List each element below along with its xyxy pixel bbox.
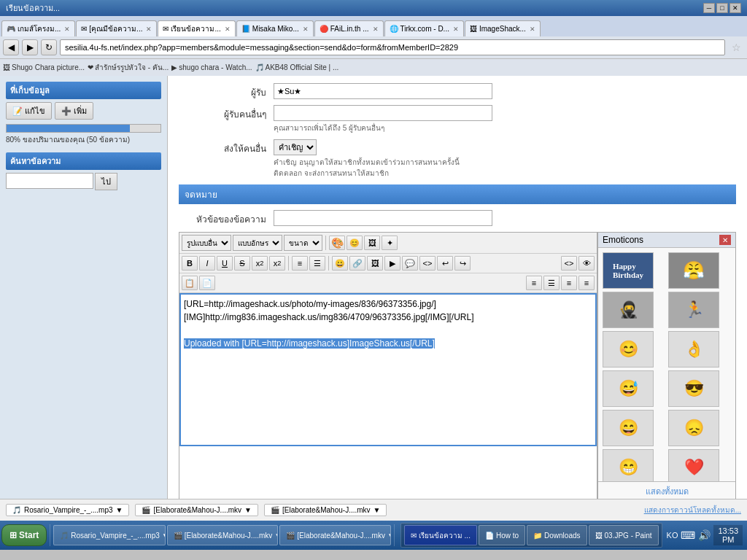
bookmark-1[interactable]: ❤ สำรักษ์รรูปหัวใจ - คัน... [88,62,169,73]
source-button[interactable]: <> [561,256,577,271]
tab-3[interactable]: 📘 Misaka Miko... ✕ [236,20,314,36]
emoticon-grin[interactable]: 😁 [603,449,654,481]
highlighted-text: Uploaded with [URL=http://imageshack.us]… [184,338,435,349]
taskbar-sys-0[interactable]: ✉ เรียนข้อความ ... [404,525,477,545]
close-button[interactable]: ✕ [729,3,741,13]
emoticon-ninja[interactable]: 🥷 [603,292,654,328]
download-item-0[interactable]: 🎵 Rosario_Vampire_-_....mp3 ▼ [6,504,129,516]
tab-1[interactable]: ✉ [คุณมีข้อความ... ✕ [76,20,157,36]
emoticon-sweat[interactable]: 😅 [603,370,654,407]
link-button[interactable]: 🔗 [349,256,365,271]
align-justify-btn[interactable]: ≡ [578,276,595,290]
taskbar-sys-1[interactable]: 📄 How to [479,525,525,545]
taskbar-item-2[interactable]: 🎬 [Elaborate&Mahou-J....mkv ▼ [279,525,391,545]
align-left-btn[interactable]: ≡ [526,276,542,290]
emoticon-cool[interactable]: 😎 [668,370,719,407]
bookmark-2[interactable]: ▶ shugo chara - Watch... [171,63,252,71]
ul-button[interactable]: ≡ [292,256,308,271]
format-select[interactable]: รูปแบบอื่น [182,235,231,251]
edit-button[interactable]: 📝 แก้ไข [6,102,52,120]
recipient-input[interactable] [274,83,492,99]
address-bar[interactable] [60,39,725,55]
emoticon-angry[interactable]: 😤 [668,252,719,289]
forward-button[interactable]: ▶ [22,39,38,55]
tab-0[interactable]: 🎮 เกมส์โครงม... ✕ [1,20,75,36]
preview-button[interactable]: 👁 [578,256,595,271]
tab-close-0[interactable]: ✕ [64,26,70,33]
quote-button[interactable]: 💬 [402,256,418,271]
emoticon-sad[interactable]: 😞 [668,410,719,446]
search-button[interactable]: ไป [95,173,117,190]
search-input[interactable] [6,173,93,189]
taskbar-sys-2[interactable]: 📁 Downloads [527,525,587,545]
download-arrow-0: ▼ [116,506,123,514]
tab-2[interactable]: ✉ เรียนข้อความ... ✕ [158,20,235,36]
emoticon-run[interactable]: 🏃 [668,292,719,328]
download-item-1[interactable]: 🎬 [Elaborate&Mahou-J....mkv ▼ [135,504,258,516]
tab-close-3[interactable]: ✕ [303,26,309,33]
show-all-downloads[interactable]: แสดงการดาวน์โหลดทั้งหมด... [644,505,741,516]
recipient-other-input[interactable] [274,105,492,121]
tab-close-5[interactable]: ✕ [453,26,459,33]
tab-close-4[interactable]: ✕ [373,26,379,33]
special-btn[interactable]: ✦ [382,236,398,250]
taskbar-sys-3[interactable]: 🖼 03.JPG - Paint [589,525,659,545]
tab-4[interactable]: 🔴 FAiL.in.th ... ✕ [314,20,384,36]
compose-section-header: จดหมาย [179,184,736,204]
align-right-btn[interactable]: ≡ [561,276,577,290]
taskbar-item-0[interactable]: 🎵 Rosario_Vampire_-_....mp3 ▼ [53,525,165,545]
undo-button[interactable]: ↩ [437,256,453,271]
tab-favicon-2: ✉ [163,25,169,33]
tab-close-1[interactable]: ✕ [146,26,152,33]
bold-button[interactable]: B [182,256,198,271]
emoticon-heart[interactable]: ❤️ [668,449,719,481]
download-item-2[interactable]: 🎬 [Elaborate&Mahou-J....mkv ▼ [264,504,387,516]
tab-6[interactable]: 🖼 ImageShack... ✕ [465,20,541,36]
emoji-button[interactable]: 😀 [332,256,348,271]
img-upload-btn[interactable]: 🖼 [364,236,380,250]
emoticon-smile[interactable]: 😊 [603,331,654,368]
download-arrow-1: ▼ [244,506,252,514]
underline-button[interactable]: U [217,256,233,271]
strikethrough-button[interactable]: S [234,256,250,271]
italic-button[interactable]: I [199,256,215,271]
maximize-button[interactable]: □ [716,3,728,13]
ol-button[interactable]: ☰ [309,256,325,271]
subject-input[interactable] [274,210,492,226]
show-all-emoticons[interactable]: แสดงทั้งหมด [598,481,735,499]
subscript-button[interactable]: x2 [252,256,268,271]
tab-close-2[interactable]: ✕ [225,26,231,33]
editor-body[interactable]: [URL=http://imageshack.us/photo/my-image… [179,293,597,446]
emoticons-close-button[interactable]: ✕ [719,235,731,245]
editor-toolbar-1: รูปแบบอื่น แบบอักษร ขนาด 🎨 😊 🖼 ✦ [179,233,597,254]
video-button[interactable]: ▶ [384,256,400,271]
bookmark-0[interactable]: 🖼 Shugo Chara picture... [3,63,85,71]
add-button[interactable]: ➕ เพิ่ม [55,102,93,120]
color-btn[interactable]: 🎨 [329,236,345,250]
bookmark-star[interactable]: ☆ [728,39,744,55]
paste-word-btn[interactable]: 📄 [199,276,215,290]
send-to-select[interactable]: คำเชิญ [274,139,317,155]
taskbar-item-1[interactable]: 🎬 [Elaborate&Mahou-J....mkv ▼ [167,525,279,545]
taskbar-sys-label-2: Downloads [544,532,580,540]
bookmark-3[interactable]: 🎵 AKB48 Official Site | ... [255,63,339,71]
back-button[interactable]: ◀ [3,39,19,55]
emoticon-happy[interactable]: 😄 [603,410,654,446]
smiley-btn[interactable]: 😊 [347,236,363,250]
tab-5[interactable]: 🌐 Tirkx.com - D... ✕ [384,20,464,36]
minimize-button[interactable]: ─ [703,3,715,13]
tab-close-6[interactable]: ✕ [530,26,535,33]
redo-button[interactable]: ↪ [454,256,471,271]
font-select[interactable]: แบบอักษร [233,235,282,251]
paste-text-btn[interactable]: 📋 [182,276,198,290]
title-bar: เรียนข้อความ... ─ □ ✕ [0,0,747,16]
refresh-button[interactable]: ↻ [41,39,57,55]
emoticon-happy-birthday[interactable]: HappyBirthday [603,252,654,289]
size-select[interactable]: ขนาด [284,235,322,251]
emoticon-ok[interactable]: 👌 [668,331,719,368]
superscript-button[interactable]: x2 [269,256,285,271]
code-button[interactable]: <> [419,256,436,271]
align-center-btn[interactable]: ☰ [543,276,560,290]
image-button[interactable]: 🖼 [367,256,383,271]
start-button[interactable]: ⊞ Start [1,524,47,546]
